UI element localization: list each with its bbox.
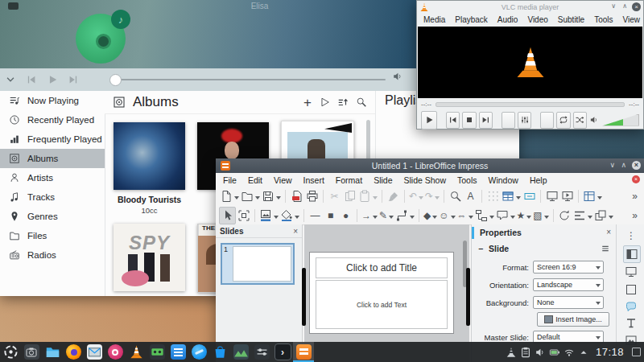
basic-shapes-button[interactable]: ◆	[423, 208, 438, 224]
taskbar-system-monitor[interactable]	[230, 342, 251, 362]
vlc-extended-settings-button[interactable]	[518, 112, 531, 129]
menu-help[interactable]: Help	[524, 174, 553, 187]
start-slideshow-button[interactable]	[559, 188, 575, 204]
impress-maximize-button[interactable]: ∧	[621, 161, 626, 169]
seek-slider-knob[interactable]	[109, 74, 122, 86]
vlc-minimize-button[interactable]: ∨	[611, 2, 616, 10]
taskbar-impress-active[interactable]	[293, 342, 314, 362]
vlc-menu-media[interactable]: Media	[419, 14, 450, 26]
vlc-menu-playback[interactable]: Playback	[450, 14, 493, 26]
menu-edit[interactable]: Edit	[242, 174, 268, 187]
show-desktop-button[interactable]	[632, 348, 641, 356]
vlc-close-button[interactable]: ×	[632, 2, 641, 11]
search-icon[interactable]	[356, 97, 367, 108]
slide-canvas[interactable]: Click to add Title Click to add Text	[309, 252, 454, 334]
insert-image-button[interactable]: Insert Image...	[537, 312, 609, 327]
play-all-button[interactable]	[319, 97, 330, 108]
export-pdf-button[interactable]	[289, 188, 304, 204]
callout-shapes-button[interactable]	[495, 208, 516, 224]
sidebar-item-radios[interactable]: Radios	[0, 245, 105, 265]
vlc-menu-audio[interactable]: Audio	[493, 14, 523, 26]
clock[interactable]: 17:18	[596, 346, 624, 358]
sidebar-item-now-playing[interactable]: Now Playing	[0, 91, 105, 110]
albums-scrollbar[interactable]	[366, 120, 370, 162]
vlc-next-button[interactable]	[479, 112, 493, 129]
taskbar-cassette-app[interactable]	[147, 342, 167, 362]
sidebar-item-artists[interactable]: Artists	[0, 168, 105, 187]
sidebar-settings-button[interactable]: ⋮	[623, 228, 639, 244]
tray-expand-icon[interactable]	[578, 347, 589, 358]
insert-text-box-button[interactable]	[522, 188, 537, 204]
sidebar-item-frequently-played[interactable]: Frequently Played	[0, 130, 105, 149]
properties-close-button[interactable]: ×	[606, 228, 611, 237]
vlc-maximize-button[interactable]: ∧	[622, 2, 627, 10]
connector-tool-button[interactable]	[394, 208, 415, 224]
vlc-loop-button[interactable]	[556, 112, 570, 129]
redo-button[interactable]: ↷	[424, 188, 440, 204]
tray-battery-icon[interactable]	[549, 347, 560, 358]
cut-button[interactable]: ✂	[327, 188, 342, 204]
left-pane-splitter[interactable]	[302, 268, 306, 326]
text-placeholder[interactable]: Click to add Text	[316, 280, 448, 329]
find-replace-button[interactable]	[448, 188, 463, 204]
collapse-player-button[interactable]	[0, 71, 21, 88]
volume-button[interactable]	[392, 71, 403, 82]
slides-panel-close-button[interactable]: ×	[293, 227, 298, 236]
vlc-volume-slider[interactable]: 56%	[602, 114, 639, 126]
curve-tool-button[interactable]: ✎	[378, 208, 394, 224]
section-collapse-icon[interactable]: −	[478, 244, 483, 253]
toolbar-overflow-button[interactable]: »	[632, 210, 641, 221]
vlc-titlebar[interactable]: VLC media player ∨ ∧ ×	[417, 1, 643, 13]
select-tool-button[interactable]	[219, 207, 236, 224]
title-placeholder[interactable]: Click to add Title	[316, 257, 448, 278]
impress-titlebar[interactable]: Untitled 1 - LibreOffice Impress ∨ ∧ ×	[216, 158, 644, 173]
menu-window[interactable]: Window	[483, 174, 524, 187]
tray-volume-icon[interactable]	[535, 347, 546, 358]
vlc-previous-button[interactable]	[446, 112, 460, 129]
taskbar-settings-sliders[interactable]	[251, 342, 272, 362]
taskbar-konsole[interactable]: ›	[272, 342, 293, 362]
sidebar-properties-tab[interactable]	[623, 245, 641, 263]
taskbar-kmail[interactable]	[84, 342, 105, 362]
star-shapes-button[interactable]: ★	[516, 208, 533, 224]
background-select[interactable]: None	[533, 296, 604, 309]
menu-file[interactable]: File	[217, 174, 242, 187]
format-select[interactable]: Screen 16:9	[533, 261, 604, 274]
impress-close-button[interactable]: ×	[632, 161, 641, 170]
new-document-button[interactable]	[219, 188, 240, 204]
sidebar-shapes-tab[interactable]	[623, 298, 639, 315]
sidebar-item-tracks[interactable]: Tracks	[0, 187, 105, 207]
app-launcher-button[interactable]	[0, 342, 21, 362]
vlc-menu-subtitle[interactable]: Subtitle	[553, 14, 589, 26]
tray-wifi-icon[interactable]	[564, 347, 575, 358]
taskbar-document-app[interactable]	[167, 342, 188, 362]
menu-slide-show[interactable]: Slide Show	[398, 174, 452, 187]
display-grid-button[interactable]	[485, 188, 501, 204]
save-button[interactable]	[261, 188, 282, 204]
vlc-shuffle-button[interactable]	[573, 112, 587, 129]
menu-format[interactable]: Format	[330, 174, 368, 187]
flowchart-shapes-button[interactable]	[474, 208, 495, 224]
sidebar-item-files[interactable]: Files	[0, 226, 105, 245]
3d-objects-button[interactable]: ▧	[532, 208, 549, 224]
previous-track-button[interactable]	[21, 71, 42, 88]
taskbar-spectacle[interactable]	[21, 342, 42, 362]
right-pane-splitter[interactable]	[466, 268, 470, 326]
orientation-select[interactable]: Landscape	[533, 278, 604, 291]
seek-slider-track[interactable]	[115, 79, 386, 80]
taskbar-vlc[interactable]	[126, 342, 147, 362]
insert-rectangle-button[interactable]: ■	[323, 208, 338, 224]
add-button[interactable]: +	[303, 96, 312, 109]
block-arrows-button[interactable]: ⇔	[456, 208, 474, 224]
taskbar-discover[interactable]	[209, 342, 230, 362]
vlc-menu-view[interactable]: View	[618, 14, 644, 26]
vlc-playlist-button[interactable]	[540, 112, 554, 129]
menu-tools[interactable]: Tools	[452, 174, 483, 187]
tray-clipboard-icon[interactable]	[520, 347, 531, 358]
sidebar-styles-tab[interactable]	[623, 315, 639, 331]
taskbar-system-app[interactable]	[188, 342, 209, 362]
undo-button[interactable]: ↶	[408, 188, 424, 204]
insert-line-button[interactable]: —	[308, 208, 323, 224]
clone-formatting-button[interactable]	[386, 188, 401, 204]
zoom-tool-button[interactable]	[236, 208, 251, 224]
